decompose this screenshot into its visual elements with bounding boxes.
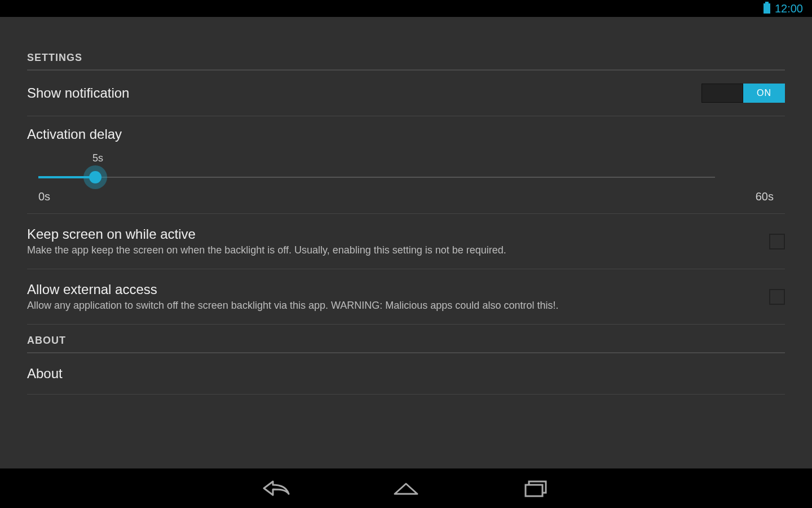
svg-rect-1 bbox=[526, 485, 542, 496]
slider-track-background bbox=[38, 177, 715, 178]
section-header-settings: SETTINGS bbox=[27, 45, 785, 71]
navigation-bar bbox=[0, 468, 812, 508]
status-bar: 12:00 bbox=[0, 0, 812, 17]
row-allow-external-access[interactable]: Allow external access Allow any applicat… bbox=[27, 269, 785, 325]
row-show-notification[interactable]: Show notification ON bbox=[27, 71, 785, 116]
activation-delay-slider[interactable] bbox=[38, 167, 715, 189]
battery-icon bbox=[764, 3, 770, 14]
activation-delay-max-label: 60s bbox=[756, 190, 774, 203]
keep-screen-on-checkbox[interactable] bbox=[769, 234, 785, 249]
about-title: About bbox=[27, 366, 785, 382]
activation-delay-value-label: 5s bbox=[92, 152, 774, 164]
back-icon bbox=[261, 477, 292, 500]
row-keep-screen-on[interactable]: Keep screen on while active Make the app… bbox=[27, 214, 785, 269]
keep-screen-on-title: Keep screen on while active bbox=[27, 226, 756, 242]
allow-external-access-subtitle: Allow any application to switch off the … bbox=[27, 300, 756, 312]
activation-delay-min-label: 0s bbox=[38, 190, 50, 203]
status-clock: 12:00 bbox=[775, 2, 803, 15]
section-header-about: ABOUT bbox=[27, 328, 785, 353]
row-activation-delay: Activation delay 5s 0s 60s bbox=[27, 116, 785, 214]
keep-screen-on-subtitle: Make the app keep the screen on when the… bbox=[27, 244, 756, 256]
show-notification-title: Show notification bbox=[27, 85, 688, 101]
toggle-on-slot: ON bbox=[743, 84, 785, 103]
allow-external-access-checkbox[interactable] bbox=[769, 289, 785, 305]
settings-screen: SETTINGS Show notification ON Activation… bbox=[0, 17, 812, 468]
recents-icon bbox=[520, 477, 551, 500]
show-notification-toggle[interactable]: ON bbox=[701, 83, 785, 103]
allow-external-access-title: Allow external access bbox=[27, 282, 756, 297]
toggle-off-slot bbox=[701, 84, 743, 103]
nav-home-button[interactable] bbox=[389, 477, 423, 500]
home-icon bbox=[390, 477, 422, 500]
activation-delay-title: Activation delay bbox=[27, 126, 785, 142]
nav-back-button[interactable] bbox=[259, 477, 293, 500]
row-about[interactable]: About bbox=[27, 353, 785, 395]
slider-thumb[interactable] bbox=[89, 171, 102, 183]
nav-recents-button[interactable] bbox=[519, 477, 553, 500]
